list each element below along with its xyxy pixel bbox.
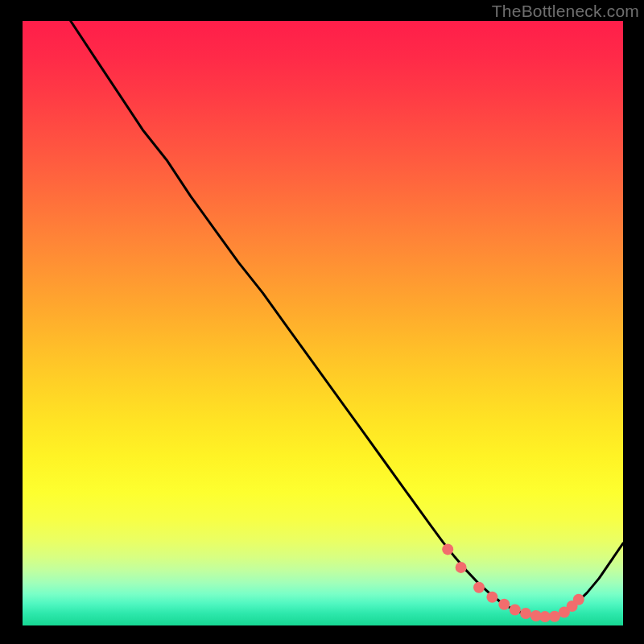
chart-marker <box>520 608 531 619</box>
chart-frame: TheBottleneck.com <box>0 0 644 644</box>
chart-marker <box>456 562 467 573</box>
chart-marker <box>539 611 551 622</box>
chart-marker <box>549 611 560 622</box>
chart-plot-area <box>23 21 623 625</box>
chart-marker <box>510 605 521 616</box>
chart-marker <box>573 594 584 605</box>
chart-marker <box>486 592 497 603</box>
chart-marker <box>498 599 510 610</box>
chart-background <box>23 21 623 625</box>
watermark-text: TheBottleneck.com <box>492 2 639 21</box>
chart-marker <box>442 543 453 555</box>
chart-svg <box>23 21 623 625</box>
chart-marker <box>473 582 485 593</box>
